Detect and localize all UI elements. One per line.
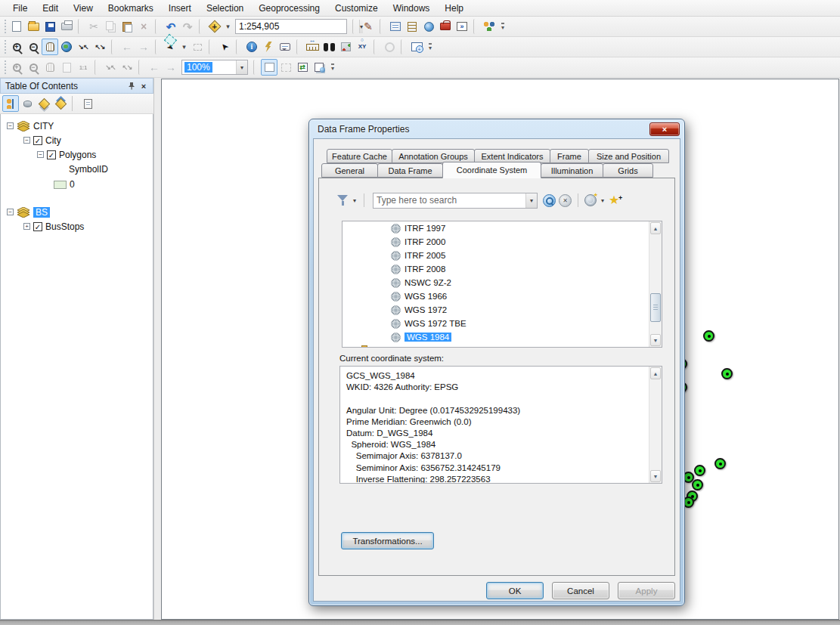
menu-edit[interactable]: Edit xyxy=(36,2,65,15)
cs-item-itrf-2005[interactable]: ITRF 2005 xyxy=(343,249,662,262)
checkbox-checked[interactable]: ✓ xyxy=(33,136,42,145)
go-to-xy-icon[interactable]: XY xyxy=(354,39,370,55)
open-icon[interactable] xyxy=(25,18,42,35)
fixed-zoom-out-page-icon[interactable]: ↖↘ xyxy=(119,59,135,76)
html-popup-icon[interactable] xyxy=(277,39,293,55)
search-window-icon[interactable] xyxy=(420,18,437,35)
map-scale-combo[interactable]: ▾ xyxy=(235,19,347,34)
cs-item-itrf-1997[interactable]: ITRF 1997 xyxy=(343,221,662,235)
apply-button[interactable]: Apply xyxy=(618,582,675,599)
tab-illumination[interactable]: Illumination xyxy=(541,163,603,178)
bus-stop-point[interactable] xyxy=(694,465,705,476)
list-by-drawing-order-icon[interactable] xyxy=(2,95,19,112)
scroll-up-icon[interactable]: ▲ xyxy=(650,367,661,379)
expand-icon[interactable]: + xyxy=(23,223,30,230)
tab-feature-cache[interactable]: Feature Cache xyxy=(327,149,392,163)
pan-icon[interactable] xyxy=(42,39,58,55)
undo-icon[interactable]: ↶ xyxy=(163,18,179,35)
cs-item-wgs-1984[interactable]: WGS 1984 xyxy=(343,330,662,344)
list-by-selection-icon[interactable] xyxy=(52,95,69,112)
fixed-zoom-in-page-icon[interactable]: ↘↖ xyxy=(102,59,119,76)
zoom-100-icon[interactable]: 1:1 xyxy=(75,59,91,76)
filter-icon[interactable] xyxy=(337,195,349,206)
checkbox-checked[interactable]: ✓ xyxy=(47,150,56,159)
zoom-out-page-icon[interactable]: − xyxy=(25,59,42,76)
forward-page-icon[interactable]: → xyxy=(163,59,179,76)
chevron-down-icon[interactable]: ▾ xyxy=(600,197,606,204)
add-data-icon[interactable] xyxy=(206,18,223,35)
tab-coordinate-system[interactable]: Coordinate System xyxy=(442,162,541,178)
select-features-icon[interactable]: ➤ xyxy=(163,39,179,55)
tab-frame[interactable]: Frame xyxy=(550,149,589,163)
toolbar-overflow-icon[interactable]: ▾ xyxy=(497,18,508,35)
cs-item-nswc-9z-2[interactable]: NSWC 9Z-2 xyxy=(343,276,662,289)
python-window-icon[interactable]: » xyxy=(454,18,470,35)
back-page-icon[interactable]: ← xyxy=(146,59,163,76)
menu-help[interactable]: Help xyxy=(438,2,470,15)
toolbar-grip[interactable] xyxy=(3,20,7,33)
scroll-down-icon[interactable]: ▼ xyxy=(650,334,661,346)
focus-data-frame-icon[interactable] xyxy=(277,59,294,76)
cs-item-wgs-1972[interactable]: WGS 1972 xyxy=(343,303,662,317)
redo-icon[interactable]: ↷ xyxy=(179,18,196,35)
scroll-up-icon[interactable]: ▲ xyxy=(650,222,661,234)
cs-search-combo[interactable]: ▾ xyxy=(373,193,538,209)
forward-extent-icon[interactable]: → xyxy=(135,39,152,55)
menu-windows[interactable]: Windows xyxy=(386,2,437,15)
bus-stop-point[interactable] xyxy=(703,330,714,342)
add-data-dropdown[interactable]: ▾ xyxy=(223,18,233,35)
select-elements-icon[interactable]: ➤ xyxy=(216,39,233,55)
toc-data-frame-city[interactable]: − CITY xyxy=(1,119,153,133)
current-coordinate-system-box[interactable]: GCS_WGS_1984 WKID: 4326 Authority: EPSG … xyxy=(339,366,662,484)
measure-icon[interactable] xyxy=(304,39,321,55)
back-extent-icon[interactable]: ← xyxy=(119,39,135,55)
data-driven-pages-icon[interactable] xyxy=(311,59,327,76)
tab-grids[interactable]: Grids xyxy=(603,163,653,178)
zoom-out-icon[interactable]: − xyxy=(25,39,42,55)
toc-layer-busstops[interactable]: + ✓ BusStops xyxy=(1,219,153,234)
table-of-contents-icon[interactable] xyxy=(387,18,404,35)
list-by-visibility-icon[interactable] xyxy=(36,95,52,112)
bus-stop-point[interactable] xyxy=(714,458,726,469)
zoom-whole-page-icon[interactable] xyxy=(58,59,75,76)
cs-item-itrf-2008[interactable]: ITRF 2008 xyxy=(343,262,662,276)
editor-toolbar-icon[interactable]: ✎ xyxy=(360,18,377,35)
select-features-dropdown[interactable]: ▾ xyxy=(179,39,189,55)
tab-data-frame[interactable]: Data Frame xyxy=(377,163,443,178)
close-icon[interactable]: × xyxy=(138,80,150,92)
search-input[interactable] xyxy=(374,195,525,206)
dialog-titlebar[interactable]: Data Frame Properties × xyxy=(309,119,684,138)
toc-layer-city[interactable]: − ✓ City xyxy=(1,133,153,147)
toolbar-grip[interactable] xyxy=(3,60,7,74)
map-scale-input[interactable] xyxy=(236,21,359,32)
toc-data-frame-bs[interactable]: − BS xyxy=(1,205,153,219)
catalog-icon[interactable] xyxy=(404,18,420,35)
chevron-down-icon[interactable]: ▾ xyxy=(236,60,247,74)
menu-insert[interactable]: Insert xyxy=(162,2,198,15)
bus-stop-point[interactable] xyxy=(692,479,703,490)
toc-options-icon[interactable] xyxy=(79,95,96,112)
save-icon[interactable] xyxy=(42,18,58,35)
collapse-icon[interactable]: − xyxy=(37,151,44,158)
cs-item-wgs-1972-tbe[interactable]: WGS 1972 TBE xyxy=(343,317,662,330)
identify-icon[interactable]: i xyxy=(243,39,260,55)
menu-customize[interactable]: Customize xyxy=(328,2,385,15)
list-by-source-icon[interactable] xyxy=(19,95,36,112)
checkbox-checked[interactable]: ✓ xyxy=(33,222,42,231)
page-zoom-combo[interactable]: 100% ▾ xyxy=(181,60,248,75)
fixed-zoom-in-icon[interactable]: ↘↖ xyxy=(75,39,91,55)
arctoolbox-icon[interactable] xyxy=(437,18,454,35)
new-document-icon[interactable] xyxy=(8,18,25,35)
symbol-swatch[interactable] xyxy=(54,181,67,189)
clear-selection-icon[interactable] xyxy=(189,39,206,55)
panel-splitter[interactable] xyxy=(154,78,161,620)
transformations-button[interactable]: Transformations... xyxy=(341,532,434,549)
menu-geoprocessing[interactable]: Geoprocessing xyxy=(252,2,327,15)
paste-icon[interactable] xyxy=(119,18,135,35)
toc-symbol-0[interactable]: 0 xyxy=(1,176,153,193)
copy-icon[interactable] xyxy=(102,18,119,35)
toggle-draft-mode-icon[interactable] xyxy=(261,59,277,76)
scroll-down-icon[interactable]: ▼ xyxy=(650,470,661,482)
cancel-button[interactable]: Cancel xyxy=(552,582,609,599)
fixed-zoom-out-icon[interactable]: ↖↘ xyxy=(91,39,108,55)
